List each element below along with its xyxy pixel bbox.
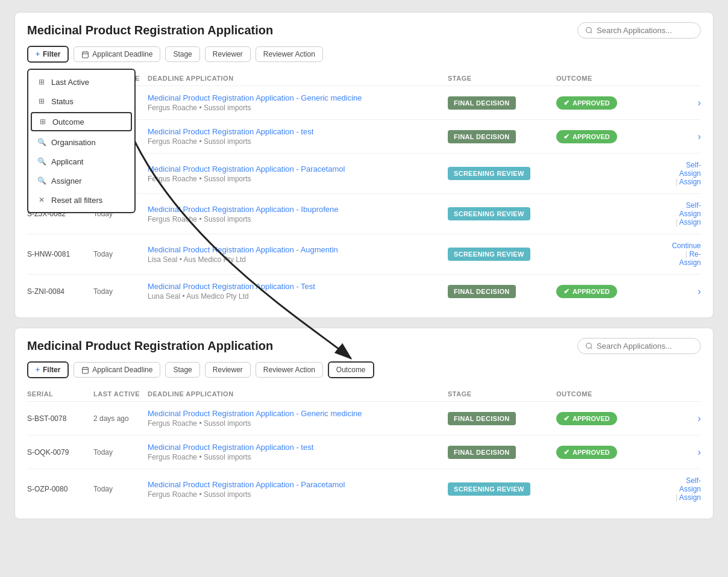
self-assign-link[interactable]: Self-Assign [665, 201, 701, 218]
col-outcome-1: OUTCOME [556, 75, 665, 82]
action-links: Self-Assign| Assign [665, 161, 701, 186]
assign-link[interactable]: Assign [679, 493, 701, 502]
svg-point-0 [586, 28, 592, 33]
serial-cell: S-OZP-0080 [27, 485, 93, 493]
last-active-cell: Today [93, 287, 148, 296]
stage-pill-1[interactable]: Stage [165, 46, 199, 62]
app-sub-text: Fergus Roache • Sussol imports [148, 419, 448, 428]
app-name-link[interactable]: Medicinal Product Registration Applicati… [148, 164, 448, 173]
chevron-right-icon[interactable]: › [698, 98, 701, 108]
app-sub-text: Fergus Roache • Sussol imports [148, 137, 448, 146]
self-assign-link[interactable]: Self-Assign [665, 161, 701, 178]
sep: | Assign [676, 178, 701, 186]
search-input-2[interactable] [597, 342, 693, 351]
action-cell: › [665, 413, 701, 424]
calendar-icon-1 [81, 51, 89, 58]
action-cell: › [665, 286, 701, 297]
chevron-right-icon[interactable]: › [698, 413, 701, 423]
reviewer-label-2: Reviewer [213, 366, 243, 374]
stage-badge: FINAL DECISION [448, 446, 516, 459]
self-assign-link[interactable]: Self-Assign [665, 476, 701, 493]
plus-icon-2: + [36, 366, 40, 374]
stage-cell: FINAL DECISION [448, 130, 556, 143]
outcome-pill-2[interactable]: Outcome [328, 361, 374, 378]
application-cell: Medicinal Product Registration Applicati… [148, 93, 448, 112]
action-cell: › [665, 131, 701, 142]
app-name-link[interactable]: Medicinal Product Registration Applicati… [148, 245, 448, 254]
reviewer-action-label-1: Reviewer Action [263, 50, 315, 58]
applicant-deadline-pill-2[interactable]: Applicant Deadline [74, 362, 160, 378]
svg-rect-2 [83, 52, 89, 58]
filter-button-2[interactable]: + Filter [27, 361, 69, 378]
stage-cell: FINAL DECISION [448, 96, 556, 110]
dropdown-label-assigner: Assigner [51, 176, 82, 186]
check-icon: ✔ [563, 99, 570, 107]
chevron-right-icon[interactable]: › [698, 447, 701, 457]
serial-cell: S-OQK-0079 [27, 448, 93, 457]
assign-link[interactable]: Assign [679, 218, 701, 226]
application-cell: Medicinal Product Registration Applicati… [148, 245, 448, 264]
panel-2-header: Medicinal Product Registration Applicati… [27, 338, 701, 354]
dropdown-status[interactable]: ⊞ Status [28, 92, 134, 111]
chevron-right-icon[interactable]: › [698, 286, 701, 296]
stage-pill-2[interactable]: Stage [165, 362, 199, 378]
stage-label-2: Stage [173, 366, 192, 374]
dropdown-label-status: Status [51, 97, 74, 106]
applicant-deadline-pill-1[interactable]: Applicant Deadline [74, 46, 160, 62]
action-cell: Continue| Re-Assign [665, 242, 701, 267]
dropdown-assigner[interactable]: 🔍 Assigner [28, 171, 134, 190]
outcome-badge: ✔ APPROVED [556, 96, 617, 110]
dropdown-reset[interactable]: ✕ Reset all filters [28, 190, 134, 210]
reassign-link[interactable]: Re-Assign [679, 250, 701, 267]
outcome-badge: ✔ APPROVED [556, 130, 617, 143]
app-name-link[interactable]: Medicinal Product Registration Applicati… [148, 409, 448, 418]
search-input-1[interactable] [597, 26, 693, 35]
table-2-body: S-BST-00782 days agoMedicinal Product Re… [27, 402, 701, 509]
app-name-link[interactable]: Medicinal Product Registration Applicati… [148, 127, 448, 136]
application-cell: Medicinal Product Registration Applicati… [148, 127, 448, 146]
application-cell: Medicinal Product Registration Applicati… [148, 282, 448, 301]
stage-cell: FINAL DECISION [448, 285, 556, 298]
sep: | Re-Assign [665, 250, 701, 267]
app-name-link[interactable]: Medicinal Product Registration Applicati… [148, 282, 448, 291]
panel-2: Medicinal Product Registration Applicati… [14, 328, 714, 519]
application-cell: Medicinal Product Registration Applicati… [148, 164, 448, 183]
chevron-right-icon[interactable]: › [698, 131, 701, 142]
reviewer-pill-1[interactable]: Reviewer [205, 46, 251, 62]
stage-cell: SCREENING REVIEW [448, 167, 556, 180]
dropdown-label-reset: Reset all filters [51, 196, 102, 205]
application-cell: Medicinal Product Registration Applicati… [148, 205, 448, 223]
assign-link[interactable]: Assign [679, 178, 701, 186]
stage-cell: SCREENING REVIEW [448, 248, 556, 261]
search-box-1[interactable] [577, 22, 701, 39]
reviewer-pill-2[interactable]: Reviewer [205, 362, 251, 378]
dropdown-applicant[interactable]: 🔍 Applicant [28, 152, 134, 171]
stage-badge: SCREENING REVIEW [448, 482, 530, 496]
application-cell: Medicinal Product Registration Applicati… [148, 443, 448, 461]
col-application-1: DEADLINE APPLICATION [148, 75, 448, 82]
application-cell: Medicinal Product Registration Applicati… [148, 409, 448, 428]
reviewer-action-pill-1[interactable]: Reviewer Action [256, 46, 323, 62]
reviewer-action-pill-2[interactable]: Reviewer Action [256, 362, 323, 378]
action-cell: Self-Assign| Assign [665, 201, 701, 226]
dropdown-organisation[interactable]: 🔍 Organisation [28, 133, 134, 152]
calendar-icon-2 [81, 366, 89, 374]
dropdown-outcome[interactable]: ⊞ Outcome [31, 112, 132, 131]
continue-link[interactable]: Continue [672, 242, 701, 250]
app-name-link[interactable]: Medicinal Product Registration Applicati… [148, 443, 448, 452]
app-name-link[interactable]: Medicinal Product Registration Applicati… [148, 93, 448, 102]
filter-dropdown-container: + Filter ⊞ Last Active ⊞ Status ⊞ Ou [27, 46, 69, 63]
search-box-2[interactable] [577, 338, 701, 354]
app-name-link[interactable]: Medicinal Product Registration Applicati… [148, 480, 448, 489]
dropdown-last-active[interactable]: ⊞ Last Active [28, 72, 134, 92]
action-links: Continue| Re-Assign [665, 242, 701, 267]
outcome-badge: ✔ APPROVED [556, 446, 617, 459]
panel-1-header: Medicinal Product Registration Applicati… [27, 22, 701, 39]
app-sub-text: Fergus Roache • Sussol imports [148, 490, 448, 499]
applicant-deadline-label-1: Applicant Deadline [92, 50, 152, 58]
filter-button-1[interactable]: + Filter [27, 46, 69, 63]
app-sub-text: Fergus Roache • Sussol imports [148, 215, 448, 223]
app-name-link[interactable]: Medicinal Product Registration Applicati… [148, 205, 448, 214]
table-row: S-OQK-0079TodayMedicinal Product Registr… [27, 435, 701, 469]
table-row: S-BST-00782 days agoMedicinal Product Re… [27, 402, 701, 435]
